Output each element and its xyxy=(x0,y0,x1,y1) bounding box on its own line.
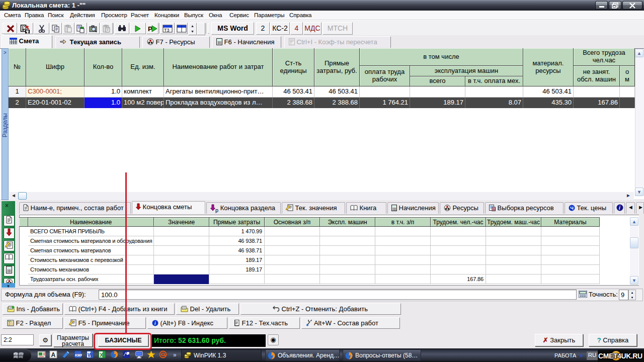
svg-text:Ч: Ч xyxy=(571,206,574,211)
svg-text:X: X xyxy=(100,352,104,358)
svg-text:i: i xyxy=(619,205,620,211)
svg-text:W: W xyxy=(88,352,93,358)
svg-text:KMP: KMP xyxy=(75,353,82,357)
svg-text:T3: T3 xyxy=(164,28,170,33)
svg-text:A: A xyxy=(51,351,56,358)
svg-text:12: 12 xyxy=(493,208,496,211)
svg-text:1: 1 xyxy=(290,41,292,45)
